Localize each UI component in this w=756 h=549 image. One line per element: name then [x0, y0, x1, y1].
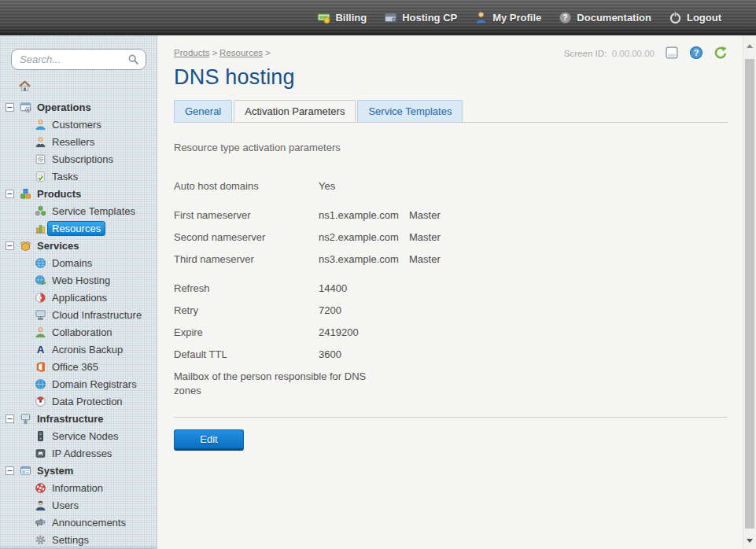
fields: Auto host domainsYesFirst nameserverns1.…	[174, 179, 728, 398]
sidebar-item-tasks[interactable]: Tasks	[0, 168, 157, 185]
topbar-label: Billing	[335, 12, 367, 24]
topbar-hosting-cp[interactable]: Hosting CP	[384, 11, 457, 24]
sidebar-item-label: IP Addresses	[52, 448, 112, 459]
services-icon	[20, 240, 31, 252]
scroll-down-icon[interactable]	[743, 535, 756, 547]
field-row-retry: Retry7200	[174, 304, 728, 318]
topbar-logout[interactable]: Logout	[669, 11, 721, 24]
help-icon[interactable]: ?	[689, 46, 703, 60]
sidebar-item-resellers[interactable]: Resellers	[0, 133, 157, 150]
search-icon[interactable]	[127, 53, 139, 65]
tab-label: Service Templates	[368, 105, 452, 117]
web-hosting-icon	[35, 274, 46, 286]
sidebar-item-subscriptions[interactable]: Subscriptions	[0, 150, 157, 168]
field-value: 3600	[319, 348, 409, 362]
sidebar-item-label: System	[37, 465, 73, 477]
sidebar-item-service-nodes[interactable]: Service Nodes	[0, 427, 157, 444]
sidebar-item-label: Collaboration	[52, 326, 112, 338]
field-row-first-nameserver: First nameserverns1.example.comMaster	[174, 208, 728, 223]
sidebar-item-office-365[interactable]: Office 365	[0, 358, 157, 375]
cloud-infrastructure-icon	[35, 309, 46, 321]
tab-bar: GeneralActivation ParametersService Temp…	[174, 100, 728, 123]
scroll-up-icon[interactable]	[743, 40, 756, 52]
subscriptions-icon	[35, 153, 46, 165]
refresh-icon[interactable]	[714, 46, 728, 60]
field-value: ns2.example.com	[319, 230, 409, 245]
my-profile-icon	[474, 11, 488, 24]
breadcrumb-separator: >	[265, 48, 271, 57]
field-label: Refresh	[174, 282, 319, 296]
field-value: 2419200	[319, 326, 409, 340]
sidebar-item-infrastructure[interactable]: Infrastructure	[0, 410, 157, 427]
edit-button[interactable]: Edit	[174, 429, 244, 451]
collapse-icon[interactable]	[6, 190, 14, 198]
divider	[174, 417, 728, 418]
sidebar-item-acronis-backup[interactable]: AAcronis Backup	[0, 341, 157, 358]
sidebar-home[interactable]	[0, 76, 157, 95]
collapse-icon[interactable]	[6, 241, 14, 250]
information-icon	[35, 482, 46, 494]
sidebar-item-domain-registrars[interactable]: Domain Registrars	[0, 375, 157, 392]
collapse-icon[interactable]	[6, 415, 14, 423]
topbar-label: Hosting CP	[402, 12, 457, 24]
sidebar-item-web-hosting[interactable]: Web Hosting	[0, 271, 157, 289]
sidebar-item-service-templates[interactable]: Service Templates	[0, 202, 157, 219]
sidebar-item-information[interactable]: Information	[0, 479, 157, 496]
tab-activation-parameters[interactable]: Activation Parameters	[234, 100, 356, 122]
sidebar-item-operations[interactable]: Operations	[0, 98, 157, 116]
resellers-icon	[35, 136, 46, 148]
sidebar-item-collaboration[interactable]: Collaboration	[0, 323, 157, 341]
sidebar-item-label: Service Nodes	[52, 430, 119, 442]
field-value: 7200	[319, 304, 409, 318]
breadcrumb-row: Products>Resources> Screen ID: 0.00.00.0…	[174, 46, 728, 60]
topbar-documentation[interactable]: ?Documentation	[559, 11, 651, 24]
breadcrumb-separator: >	[212, 48, 217, 57]
sidebar-item-domains[interactable]: Domains	[0, 254, 157, 271]
collapse-icon[interactable]	[6, 466, 14, 475]
tab-general[interactable]: General	[174, 100, 232, 122]
svg-text:?: ?	[694, 48, 699, 57]
sidebar-item-resources[interactable]: Resources	[0, 219, 157, 237]
scrollbar-thumb[interactable]	[745, 59, 754, 529]
sidebar-item-label: Subscriptions	[52, 153, 113, 165]
window-icon[interactable]	[665, 46, 679, 60]
sidebar-item-products[interactable]: Products	[0, 185, 157, 202]
sidebar-item-applications[interactable]: Applications	[0, 289, 157, 306]
breadcrumb-link-resources[interactable]: Resources	[219, 48, 263, 57]
topbar-my-profile[interactable]: My Profile	[474, 11, 541, 24]
main-content: Products>Resources> Screen ID: 0.00.00.0…	[158, 35, 743, 549]
sidebar-item-ip-addresses[interactable]: IP Addresses	[0, 444, 157, 462]
sidebar-item-label: Applications	[52, 292, 107, 304]
sidebar-tree: OperationsCustomersResellersSubscription…	[0, 76, 157, 548]
breadcrumb-link-products[interactable]: Products	[174, 48, 209, 57]
sidebar-item-cloud-infrastructure[interactable]: Cloud Infrastructure	[0, 306, 157, 323]
page-title: DNS hosting	[174, 65, 728, 90]
search-input[interactable]	[11, 49, 146, 70]
sidebar-item-data-protection[interactable]: Data Protection	[0, 392, 157, 410]
page: BillingHosting CPMy Profile?Documentatio…	[0, 0, 756, 549]
field-row-expire: Expire2419200	[174, 326, 728, 340]
collapse-icon[interactable]	[6, 103, 14, 112]
sidebar-item-customers[interactable]: Customers	[0, 116, 157, 133]
sidebar: OperationsCustomersResellersSubscription…	[0, 35, 157, 549]
tab-label: Activation Parameters	[245, 105, 345, 117]
sidebar-item-services[interactable]: Services	[0, 237, 157, 254]
settings-icon	[35, 534, 46, 546]
topbar: BillingHosting CPMy Profile?Documentatio…	[0, 0, 756, 35]
field-label: Default TTL	[174, 348, 319, 362]
tab-service-templates[interactable]: Service Templates	[357, 100, 463, 122]
topbar-billing[interactable]: Billing	[317, 11, 367, 24]
sidebar-item-announcements[interactable]: Announcements	[0, 514, 157, 531]
field-label: Expire	[174, 326, 319, 340]
sidebar-item-settings[interactable]: Settings	[0, 531, 157, 548]
field-value: 14400	[319, 282, 409, 296]
svg-text:A: A	[37, 344, 45, 356]
documentation-icon: ?	[559, 11, 572, 24]
applications-icon	[35, 292, 46, 304]
sidebar-item-users[interactable]: Users	[0, 496, 157, 514]
acronis-backup-icon: A	[35, 344, 46, 356]
scrollbar[interactable]	[743, 35, 756, 549]
office-365-icon	[35, 361, 46, 373]
logout-icon	[669, 11, 682, 24]
sidebar-item-system[interactable]: System	[0, 462, 157, 479]
